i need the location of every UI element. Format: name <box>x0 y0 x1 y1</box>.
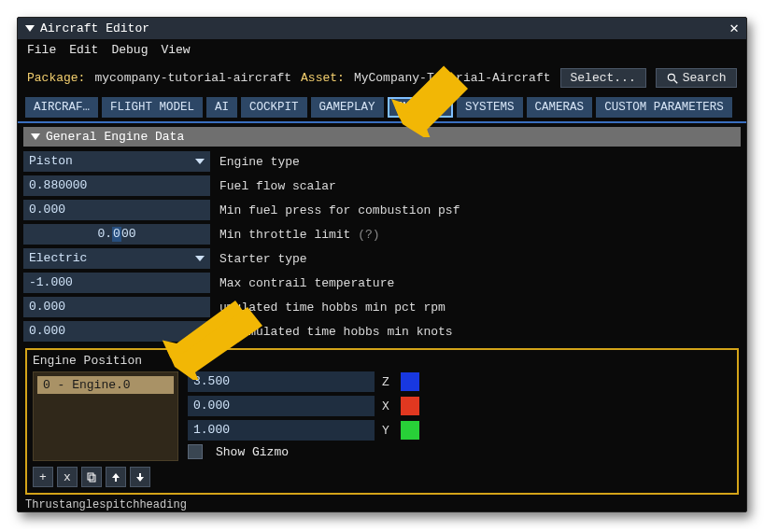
numeric-field[interactable]: 0.000 <box>23 297 210 317</box>
property-label: Max contrail temperature <box>210 276 394 290</box>
svg-rect-2 <box>88 473 93 480</box>
collapse-icon[interactable] <box>25 25 35 32</box>
coord-row: 1.000Y <box>188 420 731 441</box>
tab-systems[interactable]: SYSTEMS <box>457 97 523 118</box>
engine-delete-button[interactable]: x <box>57 467 78 487</box>
asset-label: Asset: <box>301 71 345 85</box>
tab-ai[interactable]: AI <box>206 97 237 118</box>
menu-debug[interactable]: Debug <box>111 43 148 57</box>
coord-field-y[interactable]: 1.000 <box>188 420 375 441</box>
property-label: umulated time hobbs min pct rpm <box>210 301 446 315</box>
property-row: 0.000Min fuel press for combustion psf <box>23 199 741 221</box>
engine-list-box[interactable]: 0 - Engine.0 <box>33 371 178 461</box>
asset-value: MyCompany-Tutorial-Aircraft <box>354 71 551 85</box>
svg-rect-3 <box>90 475 95 482</box>
numeric-field[interactable]: 0.880000 <box>23 175 210 196</box>
property-row: 0.880000Fuel flow scalar <box>23 175 741 197</box>
numeric-field[interactable]: 0.000 <box>23 200 210 220</box>
package-label: Package: <box>27 71 85 85</box>
axis-color-swatch <box>401 397 419 415</box>
close-icon[interactable]: ✕ <box>729 22 739 35</box>
window-title: Aircraft Editor <box>40 21 149 35</box>
numeric-field[interactable]: -1.000 <box>23 273 210 293</box>
hint-icon[interactable]: (?) <box>350 228 379 242</box>
property-label: Min fuel press for combustion psf <box>210 203 460 217</box>
tab-aircraft[interactable]: AIRCRAF… <box>25 97 98 118</box>
engine-add-button[interactable]: + <box>33 467 53 487</box>
tab-custom-parameters[interactable]: CUSTOM PARAMETERS <box>596 97 732 118</box>
section-collapse-icon <box>31 133 40 140</box>
engine-position-panel: Engine Position 0 - Engine.0 + x <box>25 348 739 495</box>
property-row: -1.000Max contrail temperature <box>23 272 741 294</box>
menu-view[interactable]: View <box>161 43 190 57</box>
property-label: Engine type <box>210 155 300 169</box>
engine-copy-button[interactable] <box>81 467 102 487</box>
section-title: General Engine Data <box>46 130 184 144</box>
tab-engines[interactable]: ENGINES <box>388 97 454 118</box>
coord-row: 0.000X <box>188 396 731 416</box>
axis-label: X <box>382 399 393 413</box>
axis-label: Y <box>382 424 393 438</box>
general-engine-data-rows: PistonEngine type0.880000Fuel flow scala… <box>18 150 746 343</box>
numeric-field[interactable]: 0.000 <box>23 321 210 342</box>
engine-list: 0 - Engine.0 + x <box>33 371 178 487</box>
property-row: 0.000 umulated time hobbs min pct rpm <box>23 296 741 318</box>
tab-cameras[interactable]: CAMERAS <box>527 97 593 118</box>
tab-flight-model[interactable]: FLIGHT MODEL <box>102 97 203 118</box>
titlebar: Aircraft Editor ✕ <box>18 18 746 39</box>
dropdown-field[interactable]: Piston <box>23 151 210 172</box>
select-button[interactable]: Select... <box>560 68 646 88</box>
search-icon <box>666 72 679 85</box>
axis-color-swatch <box>401 372 419 391</box>
property-row: PistonEngine type <box>23 150 741 173</box>
search-button[interactable]: Search <box>656 68 737 88</box>
show-gizmo-row: Show Gizmo <box>188 444 731 459</box>
axis-color-swatch <box>401 421 419 440</box>
engine-coords: 3.500Z0.000X1.000YShow Gizmo <box>188 371 731 487</box>
clipped-section-label: Thrustanglespitchheading <box>18 498 746 511</box>
show-gizmo-checkbox[interactable] <box>188 444 203 459</box>
tabs: AIRCRAF… FLIGHT MODEL AI COCKPIT GAMEPLA… <box>18 91 746 123</box>
property-label: Fuel flow scalar <box>210 179 336 193</box>
package-row: Package: mycompany-tutorial-aircraft Ass… <box>18 61 746 91</box>
axis-label: Z <box>382 375 393 389</box>
engine-position-title: Engine Position <box>33 354 731 368</box>
tab-cockpit[interactable]: COCKPIT <box>241 97 307 118</box>
property-label: Min throttle limit (?) <box>210 228 380 242</box>
property-row: 0.000Min throttle limit (?) <box>23 223 741 245</box>
copy-icon <box>86 471 97 483</box>
coord-field-z[interactable]: 3.500 <box>188 371 375 392</box>
coord-field-x[interactable]: 0.000 <box>188 396 375 416</box>
engine-move-down-button[interactable] <box>130 467 150 487</box>
svg-line-1 <box>673 79 677 83</box>
aircraft-editor-window: Aircraft Editor ✕ File Edit Debug View P… <box>17 17 747 512</box>
coord-row: 3.500Z <box>188 371 731 392</box>
menubar: File Edit Debug View <box>18 39 746 61</box>
property-row: ElectricStarter type <box>23 247 741 270</box>
property-row: 0.000Accumulated time hobbs min knots <box>23 320 741 343</box>
section-general-engine-data[interactable]: General Engine Data <box>23 127 741 147</box>
package-value: mycompany-tutorial-aircraft <box>94 71 291 85</box>
property-label: Starter type <box>210 252 307 266</box>
arrow-up-icon <box>110 471 121 483</box>
numeric-field[interactable]: 0.000 <box>23 224 210 245</box>
menu-edit[interactable]: Edit <box>69 43 98 57</box>
menu-file[interactable]: File <box>27 43 56 57</box>
show-gizmo-label: Show Gizmo <box>210 445 289 459</box>
engine-move-up-button[interactable] <box>106 467 126 487</box>
svg-point-0 <box>668 74 674 80</box>
dropdown-field[interactable]: Electric <box>23 248 210 269</box>
arrow-down-icon <box>134 471 146 483</box>
property-label: Accumulated time hobbs min knots <box>210 325 453 339</box>
tab-gameplay[interactable]: GAMEPLAY <box>311 97 384 118</box>
engine-list-item[interactable]: 0 - Engine.0 <box>37 376 174 394</box>
